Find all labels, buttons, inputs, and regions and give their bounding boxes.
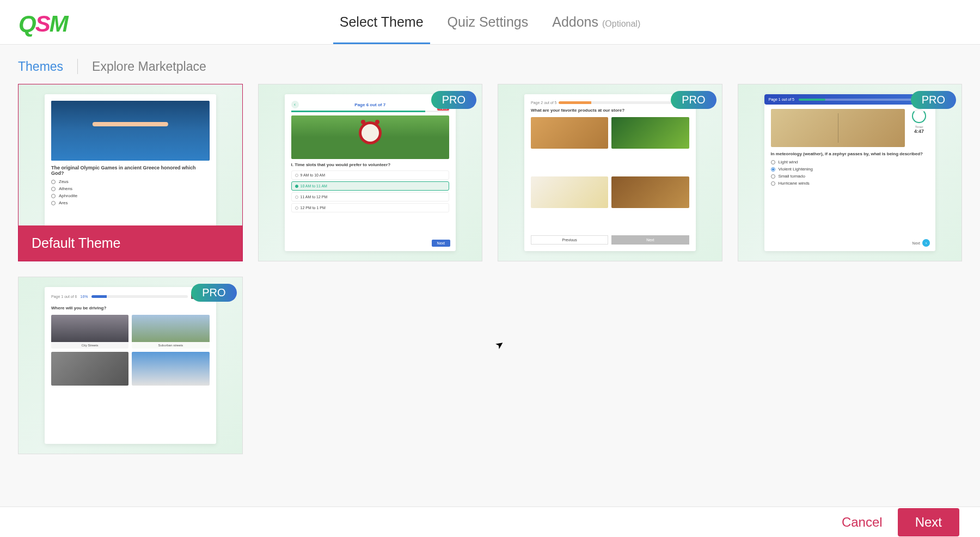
preview-image-dairy <box>531 176 608 208</box>
preview-question: I. Time slots that you would prefer to v… <box>291 162 450 167</box>
pro-badge: PRO <box>911 91 956 109</box>
preview-option: Hurricane winds <box>771 181 929 186</box>
theme-card-title: Default Theme <box>19 225 242 261</box>
preview-image-city: City Streets <box>51 315 128 349</box>
preview-pct: 16% <box>80 295 88 298</box>
preview-next-button: Next› <box>912 239 930 247</box>
preview-question: What are your favorite products at our s… <box>531 108 689 113</box>
preview-progress <box>91 295 188 298</box>
preview-option: Light wind <box>771 160 929 164</box>
tab-label: Quiz Settings <box>448 14 529 29</box>
preview-image-bread <box>531 117 608 149</box>
timer-ring-icon <box>912 109 926 123</box>
theme-preview: ‹ Page 6 out of 7 70% I. Time slots that… <box>285 94 456 251</box>
preview-page-indicator: Page 2 out of 5 <box>531 101 556 105</box>
preview-timer: Timer 4:47 <box>909 109 929 147</box>
tab-quiz-settings[interactable]: Quiz Settings <box>448 14 529 44</box>
subtab-divider <box>77 59 78 74</box>
preview-image-3 <box>51 352 128 386</box>
preview-prev-button: Previous <box>531 235 608 245</box>
tab-label: Addons <box>552 14 598 29</box>
preview-page-indicator: Page 6 out of 7 <box>354 102 385 107</box>
preview-image-vegetables <box>611 117 689 149</box>
preview-option: Ares <box>51 200 210 205</box>
tab-addons[interactable]: Addons (Optional) <box>552 14 640 44</box>
preview-question: Where will you be driving? <box>51 306 210 310</box>
header: QSM Select Theme Quiz Settings Addons (O… <box>0 0 980 45</box>
subtabs: Themes Explore Marketplace <box>0 45 980 84</box>
preview-image-grid: City Streets Suburban streets <box>51 315 210 386</box>
theme-card-pro-clock[interactable]: PRO ‹ Page 6 out of 7 70% I. Time slots … <box>258 84 483 261</box>
pro-badge: PRO <box>431 91 476 109</box>
preview-image-suburb: Suburban streets <box>132 315 209 349</box>
tab-label: Select Theme <box>340 14 424 29</box>
subtab-themes[interactable]: Themes <box>18 59 63 74</box>
content: Themes Explore Marketplace The original … <box>0 45 980 507</box>
preview-option: 10 AM to 11 AM <box>291 181 450 191</box>
footer: Cancel Next <box>0 507 980 537</box>
preview-page-indicator: Page 1 out of 6 <box>51 295 77 298</box>
preview-option: 11 AM to 12 PM <box>291 192 450 202</box>
preview-image-swimmer <box>51 101 210 161</box>
preview-next-button: Next <box>611 235 689 245</box>
preview-next-button: Next <box>432 240 450 247</box>
preview-option: Zeus <box>51 179 210 184</box>
main-tabs: Select Theme Quiz Settings Addons (Optio… <box>340 0 640 44</box>
preview-progress: 70% <box>291 111 450 112</box>
preview-image-clock <box>291 115 450 159</box>
preview-progress <box>799 99 919 101</box>
preview-option: Small tornado <box>771 174 929 179</box>
theme-preview: Page 1 out of 6 16% Where will you be dr… <box>45 287 216 444</box>
preview-question: In meteorology (weather), if a zephyr pa… <box>771 151 929 156</box>
logo: QSM <box>19 11 68 37</box>
preview-option: 9 AM to 10 AM <box>291 170 450 180</box>
arrow-right-icon: › <box>922 239 930 247</box>
preview-image-4 <box>132 352 209 386</box>
preview-image-nuts <box>611 176 689 208</box>
preview-nav: Previous Next <box>531 235 689 245</box>
tab-select-theme[interactable]: Select Theme <box>340 14 424 44</box>
preview-image-grid <box>531 117 689 232</box>
theme-card-pro-meteo[interactable]: PRO Page 1 out of 5 16% Timer 4:47 In me… <box>738 84 963 261</box>
preview-progress <box>559 101 689 104</box>
preview-page-indicator: Page 1 out of 5 <box>769 97 794 101</box>
subtab-marketplace[interactable]: Explore Marketplace <box>92 59 206 74</box>
preview-image-book <box>771 109 905 147</box>
theme-card-default[interactable]: The original Olympic Games in ancient Gr… <box>18 84 243 261</box>
tab-optional-label: (Optional) <box>602 19 640 28</box>
theme-preview: The original Olympic Games in ancient Gr… <box>45 94 216 228</box>
preview-question: The original Olympic Games in ancient Gr… <box>51 165 210 176</box>
preview-option: Athens <box>51 186 210 191</box>
theme-preview: Page 2 out of 5 What are your favorite p… <box>524 94 696 251</box>
preview-option: Aphrodite <box>51 193 210 198</box>
theme-card-pro-store[interactable]: PRO Page 2 out of 5 What are your favori… <box>498 84 722 261</box>
cancel-button[interactable]: Cancel <box>842 515 883 530</box>
theme-card-pro-drive[interactable]: PRO Page 1 out of 6 16% Where will you b… <box>18 277 243 454</box>
theme-grid: The original Olympic Games in ancient Gr… <box>0 84 980 476</box>
theme-preview: Page 1 out of 5 16% Timer 4:47 In meteor… <box>764 94 936 251</box>
pro-badge: PRO <box>671 91 716 109</box>
preview-option: Violent Lightening <box>771 167 929 172</box>
back-icon: ‹ <box>291 101 299 108</box>
next-button[interactable]: Next <box>898 508 959 536</box>
preview-option: 12 PM to 1 PM <box>291 203 450 212</box>
pro-badge: PRO <box>191 284 236 302</box>
